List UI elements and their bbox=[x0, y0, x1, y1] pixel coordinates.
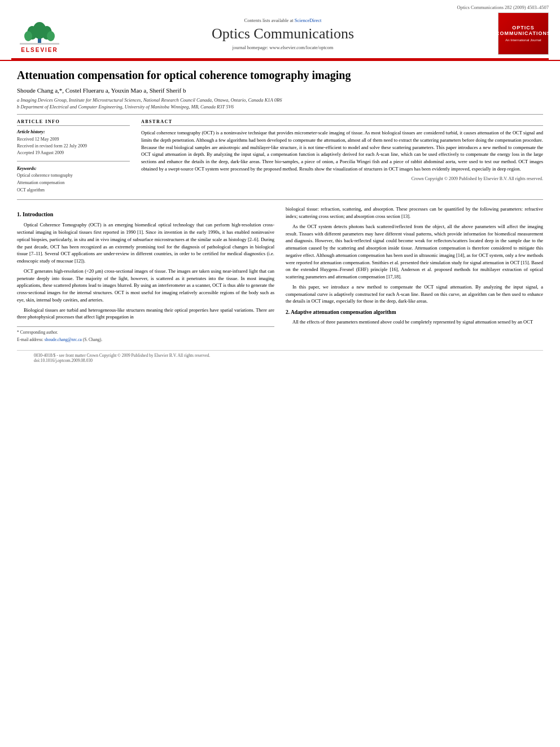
s1-para2: OCT generates high-resolution (<20 μm) c… bbox=[17, 268, 274, 304]
s1-para3: Biological tissues are turbid and hetero… bbox=[17, 307, 274, 321]
section1-title: 1. Introduction bbox=[17, 210, 274, 219]
elsevier-logo: ELSEVIER bbox=[11, 15, 68, 53]
affiliation-b: b Department of Electrical and Computer … bbox=[17, 104, 543, 110]
logo-title: OPTICSCOMMUNICATIONS bbox=[496, 25, 551, 36]
history-label: Article history: bbox=[17, 129, 130, 134]
email-name: (S. Chang). bbox=[83, 337, 102, 342]
s1-right-para3: In this paper, we introduce a new method… bbox=[286, 283, 543, 305]
contents-line: Contents lists available at ScienceDirec… bbox=[79, 18, 487, 23]
journal-reference: Optics Communications 282 (2009) 4503–45… bbox=[457, 5, 549, 10]
keyword-2: Attenuation compensation bbox=[17, 180, 130, 187]
s2-para1: All the effects of three parameters ment… bbox=[286, 318, 543, 326]
logo-subtitle: An International Journal bbox=[505, 38, 541, 43]
abstract: ABSTRACT Optical coherence tomography (O… bbox=[141, 119, 543, 194]
journal-center: Contents lists available at ScienceDirec… bbox=[68, 18, 498, 50]
body-content: 1. Introduction Optical Coherence Tomogr… bbox=[17, 206, 543, 344]
journal-homepage: journal homepage: www.elsevier.com/locat… bbox=[79, 45, 487, 50]
keywords-label: Keywords: bbox=[17, 166, 130, 171]
keyword-1: Optical coherence tomography bbox=[17, 172, 130, 180]
page: Optics Communications 282 (2009) 4503–45… bbox=[0, 0, 560, 747]
divider-2 bbox=[17, 199, 543, 200]
divider-1 bbox=[17, 114, 543, 115]
authors-text: Shoude Chang a,*, Costel Flueraru a, You… bbox=[17, 87, 186, 94]
abstract-text: Optical coherence tomography (OCT) is a … bbox=[141, 129, 543, 173]
s1-para1: Optical Coherence Tomography (OCT) is an… bbox=[17, 221, 274, 265]
header-main: ELSEVIER Contents lists available at Sci… bbox=[11, 12, 549, 55]
s1-right-para2: As the OCT system detects photons back s… bbox=[286, 223, 543, 281]
journal-logo-right: OPTICSCOMMUNICATIONS An International Jo… bbox=[498, 12, 549, 55]
abstract-title: ABSTRACT bbox=[141, 119, 543, 126]
footnotes: * Corresponding author. E-mail address: … bbox=[17, 326, 274, 343]
content: Attenuation compensation for optical coh… bbox=[0, 61, 560, 377]
footer-issn: 0030-4018/$ - see front matter Crown Cop… bbox=[34, 353, 526, 358]
affiliations: a Imaging Devices Group, Institute for M… bbox=[17, 97, 543, 110]
s1-right-para1: biological tissue: refraction, scatterin… bbox=[286, 206, 543, 220]
journal-title: Optics Communications bbox=[79, 25, 487, 42]
email-label: E-mail address: bbox=[17, 337, 45, 342]
article-info: ARTICLE INFO Article history: Received 1… bbox=[17, 119, 130, 194]
elsevier-brand: ELSEVIER bbox=[21, 47, 58, 53]
svg-point-4 bbox=[24, 31, 32, 41]
email-link[interactable]: shoude.chang@nrc.ca bbox=[45, 337, 82, 342]
header-red-line bbox=[11, 58, 549, 60]
authors: Shoude Chang a,*, Costel Flueraru a, You… bbox=[17, 87, 543, 94]
article-title: Attenuation compensation for optical coh… bbox=[17, 68, 543, 82]
accepted-date: Accepted 19 August 2009 bbox=[17, 150, 130, 156]
svg-point-5 bbox=[47, 31, 55, 41]
keywords: Optical coherence tomography Attenuation… bbox=[17, 172, 130, 194]
journal-header: Optics Communications 282 (2009) 4503–45… bbox=[0, 0, 560, 61]
page-footer: 0030-4018/$ - see front matter Crown Cop… bbox=[17, 350, 543, 365]
top-bar: Optics Communications 282 (2009) 4503–45… bbox=[11, 5, 549, 10]
article-info-abstract: ARTICLE INFO Article history: Received 1… bbox=[17, 119, 543, 194]
email-address: E-mail address: shoude.chang@nrc.ca (S. … bbox=[17, 337, 274, 343]
footer-doi: doi:10.1016/j.optcom.2009.08.030 bbox=[34, 358, 526, 363]
elsevier-tree-icon bbox=[20, 15, 59, 46]
corresponding-author: * Corresponding author. bbox=[17, 329, 274, 335]
body-right: biological tissue: refraction, scatterin… bbox=[286, 206, 543, 344]
received-date: Received 12 May 2009 bbox=[17, 136, 130, 143]
affiliation-a: a Imaging Devices Group, Institute for M… bbox=[17, 97, 543, 103]
info-divider bbox=[17, 161, 130, 161]
sciencedirect-link[interactable]: ScienceDirect bbox=[295, 18, 322, 23]
svg-rect-6 bbox=[20, 43, 59, 45]
body-left: 1. Introduction Optical Coherence Tomogr… bbox=[17, 206, 274, 344]
article-dates: Received 12 May 2009 Received in revised… bbox=[17, 136, 130, 156]
copyright: Crown Copyright © 2009 Published by Else… bbox=[141, 176, 543, 181]
section2-title: 2. Adaptive attenuation compensation alg… bbox=[286, 308, 543, 316]
keyword-3: OCT algorithm bbox=[17, 187, 130, 194]
article-info-title: ARTICLE INFO bbox=[17, 119, 130, 126]
revised-date: Received in revised form 22 July 2009 bbox=[17, 143, 130, 150]
